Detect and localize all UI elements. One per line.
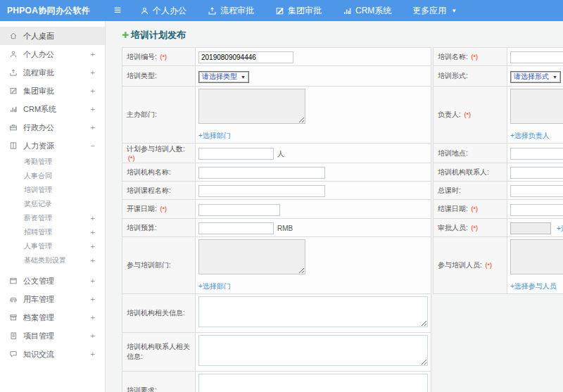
total-hours-input[interactable] xyxy=(510,185,563,197)
select-join-people-link[interactable]: +选择参与人员 xyxy=(510,282,557,290)
required-mark: (*) xyxy=(472,225,479,232)
expand-plus-icon[interactable]: + xyxy=(91,313,95,322)
menu-label: 更多应用 xyxy=(412,5,446,17)
label-training-name: 培训名称: xyxy=(438,53,468,61)
expand-plus-icon[interactable]: + xyxy=(91,68,95,77)
sidebar-sub-personnel[interactable]: 人事管理 + xyxy=(0,239,105,253)
expand-plus-icon[interactable]: + xyxy=(91,295,95,303)
expand-plus-icon[interactable]: + xyxy=(91,123,95,132)
end-date-input[interactable] xyxy=(510,204,563,216)
required-mark: (*) xyxy=(160,53,167,61)
sidebar-item-vehicle[interactable]: 用车管理 + xyxy=(0,290,105,308)
select-leader-link[interactable]: +选择负责人 xyxy=(510,132,550,139)
label-training-type: 培训类型: xyxy=(127,72,157,80)
sidebar-item-admin-office[interactable]: 行政办公 + xyxy=(0,118,105,137)
app-logo: PHPOA协同办公软件 xyxy=(0,5,106,17)
host-dept-textarea[interactable] xyxy=(198,89,305,124)
sidebar-sub-base-category[interactable]: 基础类别设置 + xyxy=(0,253,105,267)
user-icon xyxy=(9,50,18,58)
expand-plus-icon[interactable]: + xyxy=(91,331,95,340)
sidebar-sub-recruit[interactable]: 招聘管理 + xyxy=(0,225,105,239)
sidebar-item-label: 行政办公 xyxy=(23,122,54,133)
form-right-table: 培训名称: (*) 培训形式: 请选择形式 ▼ 负责人: (*) xyxy=(433,47,563,294)
expand-plus-icon[interactable]: + xyxy=(91,87,95,95)
start-date-input[interactable] xyxy=(198,204,280,216)
expand-plus-icon[interactable]: + xyxy=(91,350,95,358)
sidebar-item-knowledge[interactable]: 知识交流 + xyxy=(0,345,105,363)
label-place: 培训地点: xyxy=(438,149,468,157)
expand-plus-icon[interactable]: + xyxy=(91,228,95,236)
org-name-input[interactable] xyxy=(198,167,325,179)
sidebar-item-archive[interactable]: 档案管理 + xyxy=(0,308,105,327)
join-people-textarea[interactable] xyxy=(510,239,563,274)
page-title: 培训计划发布 xyxy=(131,29,186,42)
planned-count-input[interactable] xyxy=(198,148,274,160)
caret-down-icon: ▼ xyxy=(451,8,457,14)
menu-label: 集团审批 xyxy=(288,5,322,17)
menu-flow-approve[interactable]: 流程审批 xyxy=(197,0,265,21)
label-join-people: 参与培训人员: xyxy=(438,261,482,269)
org-info-textarea[interactable] xyxy=(198,296,428,327)
select-approver-link[interactable]: +选择审批人员 xyxy=(557,225,563,232)
leader-textarea[interactable] xyxy=(510,89,563,124)
page-title-row: ✚ 培训计划发布 xyxy=(122,21,563,47)
sidebar-sub-salary[interactable]: 薪资管理 + xyxy=(0,211,105,225)
sidebar-sub-attendance[interactable]: 考勤管理 xyxy=(0,155,105,169)
sidebar-item-label: 人力资源 xyxy=(23,141,54,151)
selected-option: 请选择形式 xyxy=(514,72,549,82)
expand-plus-icon[interactable]: + xyxy=(91,50,95,58)
sidebar-sub-label: 招聘管理 xyxy=(24,227,52,237)
menu-label: 个人办公 xyxy=(153,5,186,17)
expand-plus-icon[interactable]: + xyxy=(91,105,95,113)
training-type-select[interactable]: 请选择类型 ▼ xyxy=(198,71,249,83)
org-contact-info-textarea[interactable] xyxy=(198,335,428,366)
count-unit: 人 xyxy=(277,150,284,158)
sidebar-item-official-doc[interactable]: 公文管理 + xyxy=(0,272,105,290)
place-input[interactable] xyxy=(510,148,563,160)
sidebar-item-desktop[interactable]: 个人桌面 xyxy=(0,27,105,45)
sidebar-item-hr[interactable]: 人力资源 − xyxy=(0,137,105,155)
briefcase-icon xyxy=(9,123,18,132)
project-icon xyxy=(9,331,18,340)
budget-input[interactable] xyxy=(198,222,274,234)
collapse-minus-icon[interactable]: − xyxy=(91,141,95,150)
menu-group-approve[interactable]: 集团审批 xyxy=(265,0,332,21)
sidebar-item-crm[interactable]: CRM系统 + xyxy=(0,100,105,118)
training-no-input[interactable] xyxy=(198,51,293,63)
expand-plus-icon[interactable]: + xyxy=(91,256,95,265)
sidebar-sub-hr-contract[interactable]: 人事合同 xyxy=(0,169,105,183)
menu-crm[interactable]: CRM系统 xyxy=(332,0,402,21)
select-join-dept-link[interactable]: +选择部门 xyxy=(198,282,231,290)
menu-more-apps[interactable]: 更多应用 ▼ xyxy=(402,0,467,21)
label-org-contact: 培训机构联系人: xyxy=(438,168,489,176)
sidebar-sub-label: 基础类别设置 xyxy=(24,255,66,265)
training-name-input[interactable] xyxy=(510,51,563,63)
sidebar: 个人桌面 个人办公 + 流程审批 + 集团审批 + CRM系统 + 行政办公 + xyxy=(0,21,106,392)
flow-approve-icon xyxy=(208,6,217,15)
expand-plus-icon[interactable]: + xyxy=(91,214,95,222)
sidebar-item-personal-office[interactable]: 个人办公 + xyxy=(0,45,105,63)
requirements-textarea[interactable] xyxy=(198,374,428,392)
select-dept-link[interactable]: +选择部门 xyxy=(198,132,231,139)
sidebar-item-flow-approve[interactable]: 流程审批 + xyxy=(0,63,105,82)
approver-input[interactable] xyxy=(510,222,551,234)
label-org-name: 培训机构名称: xyxy=(127,168,171,176)
sidebar-item-group-approve[interactable]: 集团审批 + xyxy=(0,82,105,100)
hr-submenu: 考勤管理 人事合同 培训管理 奖惩记录 薪资管理 + 招聘管理 + 人事管理 + xyxy=(0,155,105,267)
training-form-select[interactable]: 请选择形式 ▼ xyxy=(510,71,561,83)
sidebar-sub-reward[interactable]: 奖惩记录 xyxy=(0,197,105,211)
org-contact-input[interactable] xyxy=(510,167,563,179)
hamburger-menu-icon[interactable]: ≡ xyxy=(106,4,129,18)
sidebar-item-project[interactable]: 项目管理 + xyxy=(0,327,105,345)
expand-plus-icon[interactable]: + xyxy=(91,277,95,285)
label-training-form: 培训形式: xyxy=(438,72,468,80)
expand-plus-icon[interactable]: + xyxy=(91,242,95,251)
hr-book-icon xyxy=(9,141,18,150)
course-name-input[interactable] xyxy=(198,185,325,197)
label-leader: 负责人: xyxy=(438,110,461,118)
join-dept-textarea[interactable] xyxy=(198,239,305,274)
sidebar-item-label: 个人办公 xyxy=(23,49,54,60)
label-planned-count: 计划参与培训人数: xyxy=(127,145,185,153)
sidebar-sub-training[interactable]: 培训管理 xyxy=(0,183,105,197)
menu-personal-office[interactable]: 个人办公 xyxy=(129,0,197,21)
